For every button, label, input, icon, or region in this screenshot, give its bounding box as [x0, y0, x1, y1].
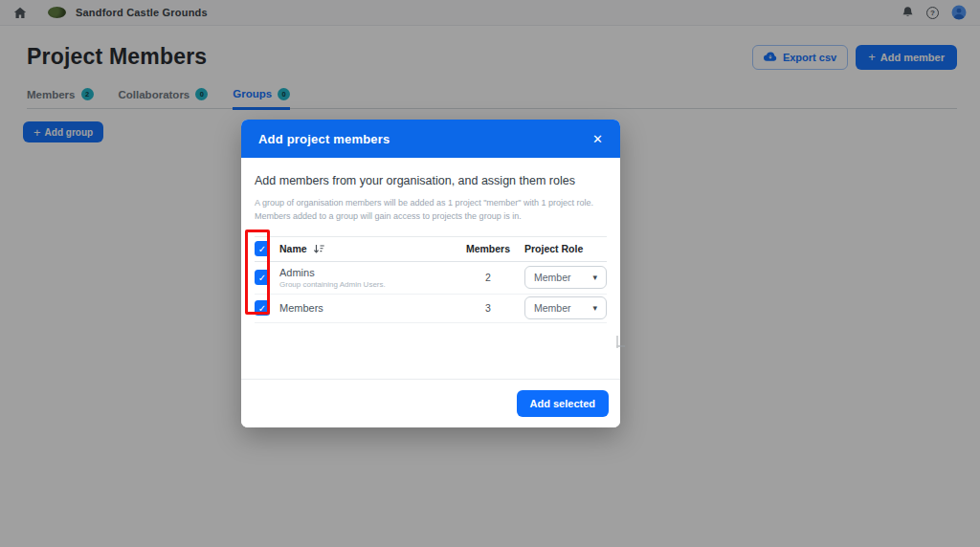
chevron-down-icon: ▾: [592, 273, 597, 282]
row-checkbox-members[interactable]: ✓: [255, 300, 270, 316]
select-all-checkbox[interactable]: ✓: [255, 241, 270, 256]
groups-table: ✓ Name Members Project Role ✓ Admins: [255, 236, 607, 323]
modal-header: Add project members ✕: [241, 120, 620, 158]
group-name: Admins: [279, 267, 315, 278]
check-icon: ✓: [258, 273, 266, 283]
cursor-artifact: [612, 334, 627, 358]
group-member-count: 2: [459, 272, 517, 283]
group-member-count: 3: [459, 302, 517, 314]
column-header-name: Name: [279, 243, 307, 254]
sort-icon[interactable]: [313, 244, 325, 254]
column-header-project-role: Project Role: [524, 243, 607, 254]
add-project-members-modal: Add project members ✕ Add members from y…: [241, 120, 620, 427]
modal-footer: Add selected: [241, 379, 620, 427]
chevron-down-icon: ▾: [592, 303, 597, 313]
modal-description-text: A group of organisation members will be …: [255, 197, 597, 224]
modal-title: Add project members: [258, 132, 390, 146]
group-subtext: Group containing Admin Users.: [279, 280, 386, 289]
project-role-select-admins[interactable]: Member ▾: [524, 266, 607, 289]
check-icon: ✓: [258, 244, 266, 254]
check-icon: ✓: [258, 303, 266, 314]
project-role-select-members[interactable]: Member ▾: [524, 296, 607, 319]
table-header-row: ✓ Name Members Project Role: [255, 237, 607, 262]
table-row: ✓ Members 3 Member ▾: [255, 295, 607, 323]
close-icon[interactable]: ✕: [592, 133, 603, 145]
column-header-members: Members: [459, 243, 517, 254]
add-selected-button[interactable]: Add selected: [517, 390, 609, 417]
table-row: ✓ Admins Group containing Admin Users. 2…: [255, 262, 607, 295]
modal-lead-text: Add members from your organisation, and …: [255, 174, 607, 187]
row-checkbox-admins[interactable]: ✓: [255, 270, 270, 285]
group-name: Members: [279, 302, 323, 314]
